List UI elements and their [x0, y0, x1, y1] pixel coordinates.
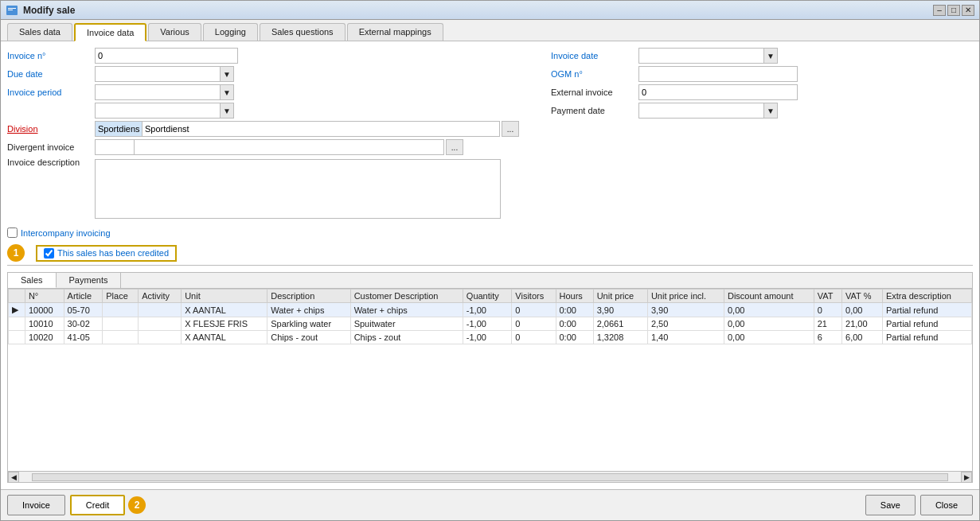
cell-7: Chips - zout	[350, 331, 463, 344]
cell-11: 1,3208	[593, 331, 647, 344]
minimize-button[interactable]: –	[933, 5, 946, 16]
content-area: Invoice n° Due date ▼ Invoice period ▼ ▼	[1, 41, 979, 489]
cell-7: Water + chips	[350, 303, 463, 317]
invoice-description-textarea[interactable]	[95, 159, 501, 219]
intercompany-checkbox[interactable]	[7, 227, 18, 238]
ogm-input[interactable]	[638, 66, 798, 82]
tab-external-mappings[interactable]: External mappings	[347, 23, 443, 41]
invoice-period-dropdown[interactable]: ▼	[220, 84, 234, 100]
restore-button[interactable]: □	[947, 5, 960, 16]
divergent-name-input[interactable]	[134, 139, 444, 155]
tab-sales-data[interactable]: Sales data	[7, 23, 72, 41]
division-label[interactable]: Division	[7, 124, 95, 134]
sub-tab-payments[interactable]: Payments	[57, 273, 122, 288]
tab-logging[interactable]: Logging	[203, 23, 258, 41]
cell-12: 2,50	[647, 317, 724, 331]
external-invoice-row: External invoice	[551, 84, 973, 100]
close-window-button[interactable]: ✕	[962, 5, 974, 16]
tab-bar: Sales data Invoice data Various Logging …	[1, 20, 979, 41]
cell-9: 0	[512, 317, 556, 331]
division-name-input[interactable]	[142, 121, 500, 137]
table-row[interactable]: 1002041-05X AANTALChips - zoutChips - zo…	[9, 331, 972, 344]
due-date-label: Due date	[7, 69, 95, 79]
due-date-dropdown[interactable]: ▼	[220, 66, 234, 82]
svg-rect-2	[8, 10, 13, 10]
divergent-browse-button[interactable]: ...	[446, 139, 463, 155]
sub-tab-sales[interactable]: Sales	[8, 273, 57, 288]
col-article[interactable]: Article	[64, 290, 103, 303]
invoice-period-label: Invoice period	[7, 87, 95, 97]
cell-11: 2,0661	[593, 317, 647, 331]
invoice-no-label: Invoice n°	[7, 51, 95, 60]
app-icon	[6, 4, 18, 17]
save-button[interactable]: Save	[865, 495, 916, 515]
col-no[interactable]: N°	[25, 290, 64, 303]
division-browse-button[interactable]: ...	[502, 121, 519, 137]
close-button[interactable]: Close	[920, 495, 973, 515]
invoice-no-input[interactable]	[95, 48, 238, 64]
table-row[interactable]: 1001030-02X FLESJE FRISSparkling waterSp…	[9, 317, 972, 331]
table-row[interactable]: ▶1000005-70X AANTALWater + chipsWater + …	[9, 303, 972, 317]
col-quantity[interactable]: Quantity	[463, 290, 511, 303]
invoice-period-input2[interactable]	[95, 103, 221, 119]
col-description[interactable]: Description	[267, 290, 350, 303]
left-form-col: Invoice n° Due date ▼ Invoice period ▼ ▼	[7, 48, 519, 221]
scroll-left-button[interactable]: ◀	[8, 472, 19, 483]
col-arrow	[9, 290, 25, 303]
cell-12: 1,40	[647, 331, 724, 344]
window-title: Modify sale	[23, 5, 933, 16]
invoice-date-input[interactable]	[638, 48, 764, 64]
credited-checkbox[interactable]	[44, 248, 54, 259]
hscroll-track[interactable]	[32, 473, 948, 481]
badge-2: 2	[128, 496, 146, 514]
col-customer-desc[interactable]: Customer Description	[350, 290, 463, 303]
bottom-bar: Invoice Credit 2 Save Close	[1, 489, 979, 520]
cell-3	[103, 331, 139, 344]
cell-14: 21	[814, 317, 841, 331]
arrow-cell	[9, 317, 25, 331]
credit-button[interactable]: Credit	[70, 495, 125, 515]
intercompany-label: Intercompany invoicing	[21, 228, 111, 238]
cell-8: -1,00	[463, 303, 511, 317]
cell-3	[103, 303, 139, 317]
sales-table-container[interactable]: N° Article Place Activity Unit Descripti…	[8, 289, 972, 471]
tab-sales-questions[interactable]: Sales questions	[260, 23, 346, 41]
cell-1: 10000	[25, 303, 64, 317]
invoice-description-label: Invoice description	[7, 157, 95, 167]
tab-various[interactable]: Various	[148, 23, 201, 41]
payment-date-input[interactable]	[638, 103, 764, 119]
col-unit-price[interactable]: Unit price	[593, 290, 647, 303]
due-date-input[interactable]	[95, 66, 221, 82]
col-unit[interactable]: Unit	[182, 290, 267, 303]
col-extra-desc[interactable]: Extra description	[882, 290, 971, 303]
payment-date-dropdown[interactable]: ▼	[763, 103, 778, 119]
col-activity[interactable]: Activity	[139, 290, 182, 303]
sub-tab-bar: Sales Payments	[8, 273, 972, 289]
col-vat[interactable]: VAT	[814, 290, 841, 303]
divergent-code-input[interactable]	[95, 139, 135, 155]
invoice-description-row: Invoice description	[7, 157, 519, 219]
invoice-period-input[interactable]	[95, 84, 221, 100]
section-divider	[7, 265, 973, 266]
cell-9: 0	[512, 331, 556, 344]
cell-4	[139, 303, 182, 317]
external-invoice-input[interactable]	[638, 84, 798, 100]
col-visitors[interactable]: Visitors	[512, 290, 556, 303]
payment-date-row: Payment date ▼	[551, 103, 973, 119]
cell-14: 0	[814, 303, 841, 317]
invoice-button[interactable]: Invoice	[7, 495, 65, 515]
col-hours[interactable]: Hours	[556, 290, 593, 303]
col-unit-price-incl[interactable]: Unit price incl.	[647, 290, 724, 303]
col-vat-pct[interactable]: VAT %	[842, 290, 883, 303]
division-code-input[interactable]	[95, 121, 143, 137]
right-form-col: Invoice date ▼ OGM n° External invoice P…	[551, 48, 973, 221]
invoice-period-dropdown2[interactable]: ▼	[220, 103, 234, 119]
scroll-right-button[interactable]: ▶	[961, 472, 972, 483]
title-bar: Modify sale – □ ✕	[1, 1, 979, 20]
due-date-row: Due date ▼	[7, 66, 519, 82]
tab-invoice-data[interactable]: Invoice data	[74, 23, 146, 41]
invoice-date-dropdown[interactable]: ▼	[763, 48, 778, 64]
cell-16: Partial refund	[882, 317, 971, 331]
col-discount[interactable]: Discount amount	[724, 290, 814, 303]
col-place[interactable]: Place	[103, 290, 139, 303]
